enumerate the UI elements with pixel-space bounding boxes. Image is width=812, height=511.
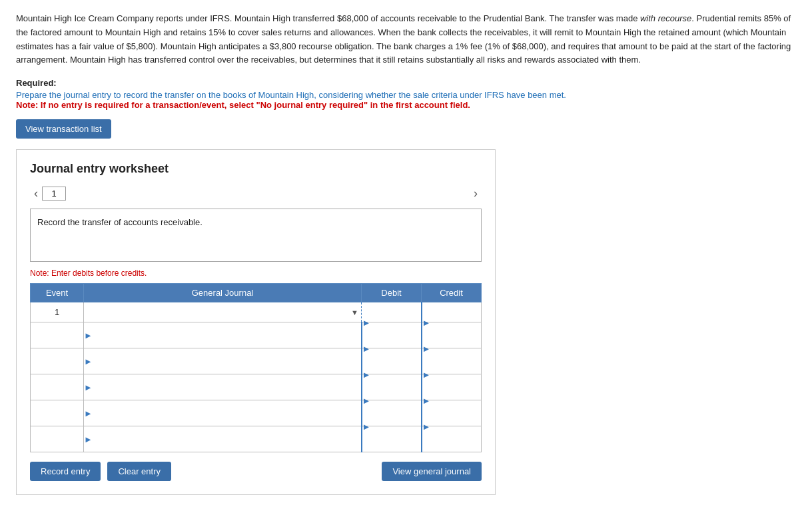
event-cell-3 [31, 348, 84, 374]
note-no-entry: Note: If no entry is required for a tran… [16, 100, 796, 110]
row-indicator-5: ► [84, 408, 93, 418]
view-general-journal-button[interactable]: View general journal [382, 462, 482, 481]
gj-cell-5[interactable]: ► [84, 400, 362, 426]
row-indicator-debit-3: ► [362, 344, 371, 354]
required-section: Required: Prepare the journal entry to r… [16, 78, 796, 110]
clear-entry-button[interactable]: Clear entry [107, 462, 171, 481]
gj-cell-2[interactable]: ► [84, 322, 362, 348]
description-box: Record the transfer of accounts receivab… [30, 209, 482, 262]
table-row: ► ► ► [31, 374, 482, 400]
row-indicator-debit-4: ► [362, 370, 371, 380]
row-indicator-debit-2: ► [362, 318, 371, 328]
col-event: Event [31, 284, 84, 302]
row-indicator-credit-3: ► [422, 344, 431, 354]
journal-entry-worksheet: Journal entry worksheet ‹ 1 › Record the… [16, 149, 496, 495]
row-indicator-credit-6: ► [422, 422, 431, 432]
row-indicator-credit-2: ► [422, 318, 431, 328]
col-debit: Debit [362, 284, 422, 302]
problem-paragraph1: Mountain High Ice Cream Company reports … [16, 13, 640, 23]
table-row: 1 ▼ [31, 302, 482, 322]
event-cell-2 [31, 322, 84, 348]
row-indicator-debit-6: ► [362, 422, 371, 432]
note-debits-before-credits: Note: Enter debits before credits. [30, 268, 482, 278]
gj-cell-1[interactable]: ▼ [84, 302, 362, 322]
problem-text: Mountain High Ice Cream Company reports … [16, 12, 796, 67]
gj-input-3[interactable] [94, 348, 361, 374]
record-entry-button[interactable]: Record entry [30, 462, 101, 481]
gj-input-5[interactable] [94, 400, 361, 426]
row-indicator-credit-4: ► [422, 370, 431, 380]
required-label: Required: [16, 78, 796, 88]
event-cell-6 [31, 426, 84, 452]
view-transaction-list-button[interactable]: View transaction list [16, 119, 111, 139]
row-indicator-credit-5: ► [422, 396, 431, 406]
event-cell-4 [31, 374, 84, 400]
table-row: ► ► ► [31, 348, 482, 374]
row-indicator-4: ► [84, 382, 93, 392]
table-row: ► ► ► [31, 426, 482, 452]
credit-input-6[interactable] [422, 432, 471, 457]
col-general-journal: General Journal [84, 284, 362, 302]
event-cell-5 [31, 400, 84, 426]
gj-input-4[interactable] [94, 374, 361, 400]
row-indicator-2: ► [84, 330, 93, 340]
gj-cell-4[interactable]: ► [84, 374, 362, 400]
next-arrow[interactable]: › [470, 185, 482, 202]
row-indicator-6: ► [84, 434, 93, 444]
gj-cell-6[interactable]: ► [84, 426, 362, 452]
bottom-buttons: Record entry Clear entry View general jo… [30, 462, 482, 481]
gj-cell-3[interactable]: ► [84, 348, 362, 374]
prev-arrow[interactable]: ‹ [30, 185, 42, 202]
page-number: 1 [42, 187, 66, 201]
row-indicator-debit-5: ► [362, 396, 371, 406]
table-row: ► ► ► [31, 400, 482, 426]
problem-italic1: with recourse [640, 13, 691, 23]
row-indicator-3: ► [84, 356, 93, 366]
gj-input-1[interactable] [84, 302, 361, 322]
col-credit: Credit [422, 284, 482, 302]
gj-input-2[interactable] [94, 322, 361, 348]
table-row: ► ► ► [31, 322, 482, 348]
journal-table: Event General Journal Debit Credit 1 ▼ [30, 283, 482, 452]
nav-row: ‹ 1 › [30, 185, 482, 202]
worksheet-title: Journal entry worksheet [30, 162, 482, 176]
description-text: Record the transfer of accounts receivab… [37, 217, 203, 227]
event-cell-1: 1 [31, 302, 84, 322]
required-text: Prepare the journal entry to record the … [16, 90, 796, 100]
debit-input-6[interactable] [362, 432, 410, 457]
gj-input-6[interactable] [94, 426, 361, 452]
